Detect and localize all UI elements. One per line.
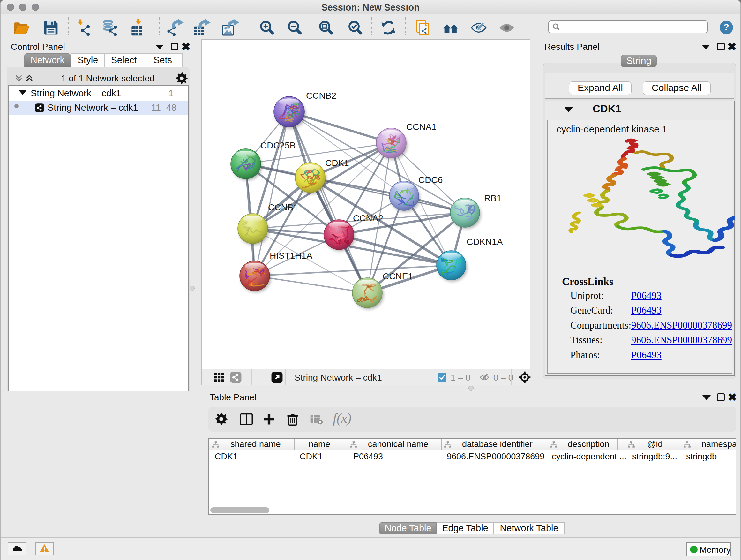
svg-text:CCNB2: CCNB2 (306, 91, 336, 101)
svg-text:RB1: RB1 (484, 193, 501, 203)
svg-text:CCNA1: CCNA1 (406, 122, 436, 132)
svg-text:CDKN1A: CDKN1A (467, 237, 503, 247)
svg-text:CCNE1: CCNE1 (383, 271, 413, 281)
svg-text:CCNA2: CCNA2 (353, 213, 383, 223)
svg-text:CCNB1: CCNB1 (268, 202, 298, 212)
svg-text:?: ? (724, 22, 729, 32)
svg-text:CDC25B: CDC25B (260, 140, 295, 150)
svg-text:CDC6: CDC6 (418, 175, 443, 185)
svg-text:CDK1: CDK1 (325, 158, 349, 168)
svg-text:HIST1H1A: HIST1H1A (270, 251, 313, 260)
